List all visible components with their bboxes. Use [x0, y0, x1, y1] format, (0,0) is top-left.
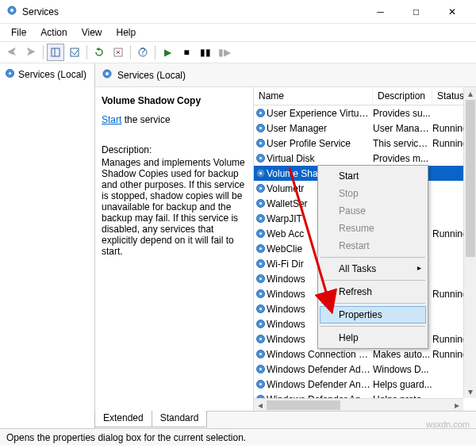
ctx-properties[interactable]: Properties: [320, 306, 426, 324]
menu-help[interactable]: Help: [110, 25, 143, 40]
detail-description-label: Description:: [102, 144, 247, 155]
table-row[interactable]: User ManagerUser Manag...Running: [254, 121, 476, 136]
ctx-restart[interactable]: Restart: [320, 237, 426, 255]
gear-icon: [254, 289, 267, 299]
menubar: File Action View Help: [0, 24, 476, 41]
service-desc-cell: Provides m...: [373, 153, 432, 164]
forward-button[interactable]: ⮞: [22, 44, 40, 61]
separator: [321, 303, 425, 304]
start-service-button[interactable]: ▶: [159, 44, 176, 61]
separator: [86, 45, 87, 59]
menu-action[interactable]: Action: [34, 25, 73, 40]
service-name-cell: User Manager: [267, 123, 373, 134]
horizontal-scrollbar[interactable]: ◂ ▸: [254, 398, 463, 411]
scroll-up-icon[interactable]: ▴: [464, 87, 476, 100]
main-header-title: Services (Local): [117, 70, 186, 81]
gear-icon: [254, 198, 267, 209]
gear-icon: [254, 108, 267, 118]
svg-point-23: [259, 187, 262, 190]
back-button[interactable]: ⮜: [3, 44, 21, 61]
table-row[interactable]: User Profile ServiceThis service ...Runn…: [254, 136, 476, 151]
close-button[interactable]: ✕: [434, 1, 470, 23]
gear-icon: [254, 123, 267, 133]
service-name-cell: Windows Connection Man...: [267, 349, 373, 360]
scrollbar-thumb[interactable]: [267, 400, 340, 410]
menu-view[interactable]: View: [75, 25, 109, 40]
service-name-cell: Virtual Disk: [267, 153, 373, 164]
export-button[interactable]: [66, 44, 83, 61]
table-row[interactable]: Virtual DiskProvides m...: [254, 151, 476, 166]
ctx-refresh[interactable]: Refresh: [320, 283, 426, 301]
svg-point-33: [259, 262, 262, 265]
detail-pane: Volume Shadow Copy Start the service Des…: [95, 87, 254, 411]
svg-point-29: [259, 232, 262, 235]
gear-icon: [254, 138, 267, 148]
separator: [321, 280, 425, 281]
scroll-down-icon[interactable]: ▾: [464, 385, 476, 398]
service-name-cell: User Profile Service: [267, 138, 373, 149]
gear-icon: [254, 258, 267, 269]
context-menu: Start Stop Pause Resume Restart All Task…: [317, 165, 428, 349]
gear-icon: [254, 228, 267, 239]
ctx-stop[interactable]: Stop: [320, 185, 426, 202]
tab-standard[interactable]: Standard: [152, 411, 208, 427]
table-row[interactable]: User Experience Virtualizatio...Provides…: [254, 105, 476, 121]
svg-point-13: [259, 112, 262, 114]
restart-service-button[interactable]: ▮▶: [216, 44, 233, 61]
nav-tree[interactable]: Services (Local): [0, 63, 95, 428]
table-row[interactable]: Windows Defender Advanc...Windows D...: [254, 362, 476, 377]
show-hide-tree-button[interactable]: [47, 44, 64, 61]
refresh-button[interactable]: [90, 44, 108, 61]
start-service-link[interactable]: Start: [102, 114, 121, 125]
vertical-scrollbar[interactable]: ▴ ▾: [463, 87, 476, 398]
service-name-cell: Windows Defender Antiviru...: [267, 379, 373, 390]
ctx-help[interactable]: Help: [320, 329, 426, 347]
ctx-pause[interactable]: Pause: [320, 202, 426, 220]
gear-icon: [254, 349, 267, 359]
menu-file[interactable]: File: [5, 25, 33, 40]
svg-point-35: [259, 278, 262, 280]
svg-point-25: [259, 202, 262, 205]
help-button[interactable]: ?: [134, 44, 152, 61]
svg-point-1: [10, 9, 13, 12]
pause-service-button[interactable]: ▮▮: [197, 44, 214, 61]
table-row[interactable]: Windows Defender Antiviru...Helps guard.…: [254, 377, 476, 392]
svg-point-37: [259, 293, 262, 295]
svg-point-45: [259, 353, 262, 355]
nav-root-services[interactable]: Services (Local): [3, 67, 91, 82]
detail-start-link-row: Start the service: [102, 114, 247, 125]
gear-icon: [254, 183, 267, 193]
minimize-button[interactable]: ─: [363, 1, 398, 23]
scrollbar-thumb[interactable]: [466, 100, 475, 257]
stop-service-button[interactable]: ■: [178, 44, 195, 61]
service-desc-cell: Provides su...: [373, 108, 432, 119]
tab-extended[interactable]: Extended: [94, 411, 152, 427]
separator: [321, 326, 425, 327]
services-app-icon: [6, 5, 17, 18]
gear-icon: [254, 379, 267, 389]
service-name-cell: Windows Defender Advanc...: [267, 364, 373, 375]
column-header-description[interactable]: Description: [373, 87, 432, 105]
detail-service-name: Volume Shadow Copy: [102, 95, 247, 106]
export-list-button[interactable]: [109, 44, 127, 61]
gear-icon: [254, 153, 267, 163]
detail-link-suffix: the service: [121, 114, 170, 125]
scroll-left-icon[interactable]: ◂: [254, 399, 267, 411]
ctx-resume[interactable]: Resume: [320, 220, 426, 237]
gear-icon: [254, 319, 267, 329]
list-header: Name Description Status: [254, 87, 476, 105]
column-header-name[interactable]: Name: [254, 87, 373, 105]
ctx-start[interactable]: Start: [320, 167, 426, 185]
main-header: Services (Local): [95, 63, 476, 87]
svg-point-27: [259, 217, 262, 220]
gear-icon: [254, 274, 267, 284]
svg-point-43: [259, 338, 262, 340]
service-desc-cell: This service ...: [373, 138, 432, 149]
scroll-right-icon[interactable]: ▸: [451, 399, 463, 411]
ctx-all-tasks[interactable]: All Tasks: [320, 260, 426, 278]
maximize-button[interactable]: □: [398, 1, 434, 23]
separator: [155, 45, 155, 59]
gear-icon: [254, 243, 267, 254]
service-desc-cell: Makes auto...: [373, 349, 432, 360]
gear-icon: [102, 68, 113, 82]
